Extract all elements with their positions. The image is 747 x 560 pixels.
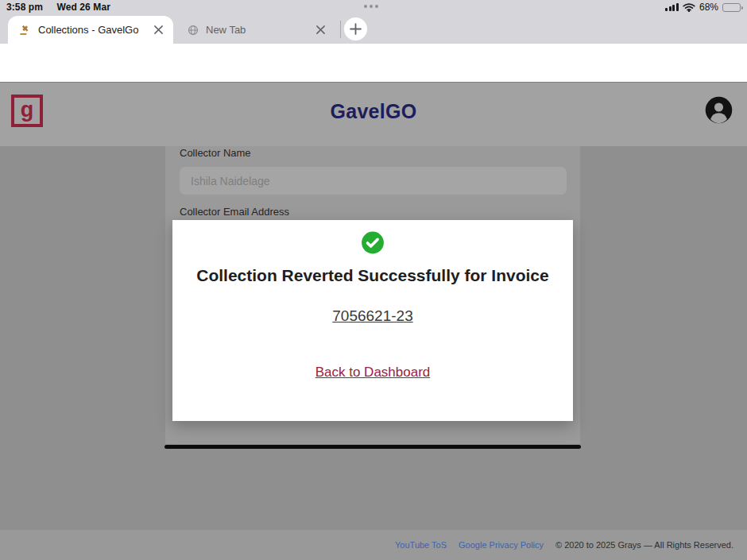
collector-name-input[interactable] bbox=[180, 167, 567, 195]
page-title: GavelGO bbox=[0, 100, 747, 123]
tab-collections-gavelgo[interactable]: Collections - GavelGo bbox=[8, 16, 173, 44]
modal-title: Collection Reverted Successfully for Inv… bbox=[172, 266, 573, 285]
page-footer: YouTube ToS Google Privacy Policy © 2020… bbox=[0, 530, 747, 560]
invoice-number-link[interactable]: 7056621-23 bbox=[332, 307, 412, 324]
tab-strip-divider bbox=[340, 21, 341, 38]
browser-chrome-top: 3:58 pm Wed 26 Mar 68% bbox=[0, 0, 747, 44]
wifi-icon bbox=[683, 2, 695, 12]
tab-new-tab[interactable]: New Tab bbox=[178, 16, 334, 44]
copyright-text: © 2020 to 2025 Grays — All Rights Reserv… bbox=[555, 540, 733, 550]
youtube-tos-link[interactable]: YouTube ToS bbox=[395, 540, 447, 550]
screen: 3:58 pm Wed 26 Mar 68% bbox=[0, 0, 747, 560]
battery-percentage: 68% bbox=[699, 2, 718, 13]
card-bottom-bar bbox=[164, 445, 581, 449]
tab-close-button[interactable] bbox=[315, 25, 326, 35]
tab-close-button[interactable] bbox=[153, 25, 164, 35]
status-time: 3:58 pm bbox=[6, 2, 43, 13]
gavel-favicon bbox=[19, 24, 31, 36]
globe-favicon bbox=[188, 25, 199, 36]
multitasking-dots-icon bbox=[364, 5, 378, 8]
new-tab-button[interactable] bbox=[344, 17, 367, 41]
status-right-cluster: 68% bbox=[665, 1, 741, 14]
battery-icon bbox=[722, 3, 741, 12]
account-avatar-icon[interactable] bbox=[705, 96, 733, 124]
google-privacy-policy-link[interactable]: Google Privacy Policy bbox=[459, 540, 544, 550]
site-header: g GavelGO bbox=[0, 83, 747, 146]
cellular-signal-icon bbox=[665, 3, 679, 11]
success-modal: Collection Reverted Successfully for Inv… bbox=[172, 220, 573, 421]
collector-email-label: Collector Email Address bbox=[180, 206, 289, 218]
success-check-icon bbox=[362, 231, 385, 254]
tab-title: Collections - GavelGo bbox=[38, 24, 153, 36]
back-to-dashboard-link[interactable]: Back to Dashboard bbox=[315, 365, 431, 380]
collector-name-label: Collector Name bbox=[180, 147, 251, 159]
tab-title: New Tab bbox=[206, 24, 315, 36]
browser-toolbar: gavelgo.grays.com.au 2 bbox=[0, 44, 747, 83]
back-to-dashboard-row: Back to Dashboard bbox=[172, 365, 573, 380]
invoice-number-row: 7056621-23 bbox=[172, 307, 573, 325]
status-date: Wed 26 Mar bbox=[57, 2, 110, 13]
status-time-date: 3:58 pm Wed 26 Mar bbox=[6, 2, 110, 13]
